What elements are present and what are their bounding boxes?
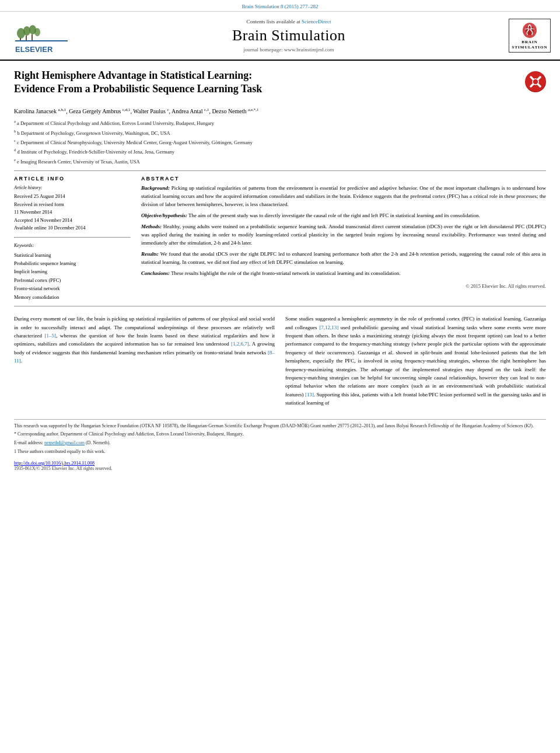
methods-text: Healthy, young adults were trained on a … (141, 224, 546, 246)
svg-rect-0 (15, 40, 68, 41)
body-divider (14, 306, 546, 306)
journal-header: ELSEVIER Contents lists available at Sci… (0, 12, 560, 61)
footnote-corresponding: * Corresponding author. Department of Cl… (14, 431, 546, 438)
received-date: Received 25 August 2014 (14, 193, 131, 201)
keyword-4: Prefrontal cortex (PFC) (14, 276, 131, 284)
article-title-section: Right Hemisphere Advantage in Statistica… (14, 69, 546, 101)
crossmark-icon (525, 71, 546, 92)
affiliation-b: b b Department of Psychology, Georgetown… (14, 128, 546, 137)
conclusions-text: These results highlight the role of the … (171, 270, 400, 276)
email-label: E-mail address: (14, 440, 43, 445)
keywords-section: Keywords: Statistical learning Probabili… (14, 242, 131, 301)
abstract-objective: Objective/hypothesis: The aim of the pre… (141, 212, 546, 220)
journal-badge-area: BRAINSTIMULATION (504, 16, 551, 55)
svg-point-12 (533, 79, 538, 85)
journal-citation-bar: Brain Stimulation 8 (2015) 277–282 (0, 0, 560, 12)
crossmark-badge[interactable] (525, 71, 546, 92)
accepted-date: Accepted 14 November 2014 (14, 217, 131, 225)
affiliation-d: d d Institute of Psychology, Friedrich-S… (14, 147, 546, 156)
received-revised-date: 11 November 2014 (14, 208, 131, 217)
article-info-header: ARTICLE INFO (14, 176, 131, 182)
article-info-col: ARTICLE INFO Article history: Received 2… (14, 176, 131, 301)
body-left-p1: During every moment of our life, the bra… (14, 315, 275, 365)
keyword-3: Implicit learning (14, 267, 131, 276)
copyright-notice: © 2015 Elsevier Inc. All rights reserved… (141, 283, 546, 290)
body-left-col: During every moment of our life, the bra… (14, 315, 275, 410)
affiliation-e: e e Imaging Research Center, University … (14, 157, 546, 166)
journal-homepage: journal homepage: www.brainstimjrnl.com (244, 47, 334, 53)
svg-rect-8 (32, 34, 33, 40)
abstract-text: Background: Picking up statistical regul… (141, 184, 546, 290)
keywords-label: Keywords: (14, 242, 131, 250)
journal-citation: Brain Stimulation 8 (2015) 277–282 (242, 4, 318, 9)
authors-line: Karolina Janacsek a,b,1, Geza Gergely Am… (14, 107, 546, 116)
cite-1-5: [1–5] (44, 333, 56, 339)
article-content: Right Hemisphere Advantage in Statistica… (0, 61, 560, 477)
journal-title: Brain Stimulation (232, 27, 345, 44)
objective-label: Objective/hypothesis: (141, 212, 187, 218)
abstract-results: Results: We found that the anodal tDCS o… (141, 250, 546, 267)
doi-link[interactable]: http://dx.doi.org/10.1016/j.brs.2014.11.… (14, 461, 94, 466)
abstract-header: ABSTRACT (141, 176, 546, 182)
body-right-col: Some studies suggested a hemispheric asy… (285, 315, 546, 410)
background-text: Picking up statistical regularities of p… (141, 185, 546, 207)
available-date: Available online 10 December 2014 (14, 224, 131, 232)
journal-logo-area: ELSEVIER (9, 16, 74, 55)
abstract-conclusions: Conclusions: These results highlight the… (141, 270, 546, 278)
svg-rect-6 (20, 38, 21, 40)
info-abstract-cols: ARTICLE INFO Article history: Received 2… (14, 176, 546, 301)
background-label: Background: (141, 185, 170, 191)
abstract-background: Background: Picking up statistical regul… (141, 184, 546, 209)
results-label: Results: (141, 251, 159, 257)
elsevier-logo-image: ELSEVIER (15, 23, 68, 55)
keyword-2: Probabilistic sequence learning (14, 259, 131, 267)
keyword-6: Memory consolidation (14, 293, 131, 301)
body-right-p1: Some studies suggested a hemispheric asy… (285, 315, 546, 407)
cite-1267: [1,2,6,7] (231, 341, 249, 347)
sciencedirect-link[interactable]: ScienceDirect (302, 19, 331, 25)
svg-point-5 (34, 28, 40, 36)
contents-available-line: Contents lists available at ScienceDirec… (247, 19, 331, 25)
objective-text: The aim of the present study was to dire… (188, 212, 480, 218)
header-divider (14, 170, 546, 171)
svg-rect-7 (26, 36, 27, 40)
brain-stim-icon (520, 21, 539, 40)
footnote-funding: This research was supported by the Hunga… (14, 423, 546, 430)
cite-8-11: [8–11] (14, 350, 275, 364)
footnotes-section: This research was supported by the Hunga… (14, 419, 546, 456)
affiliations: a a Department of Clinical Psychology an… (14, 118, 546, 166)
brain-stimulation-badge: BRAINSTIMULATION (509, 19, 551, 53)
footnote-email: E-mail address: nemethd@gmail.com (D. Ne… (14, 440, 546, 447)
issn-section: 1935-861X/© 2015 Elsevier Inc. All right… (14, 466, 546, 471)
journal-header-center: Contents lists available at ScienceDirec… (79, 16, 498, 55)
svg-text:ELSEVIER: ELSEVIER (15, 45, 53, 54)
article-title-text: Right Hemisphere Advantage in Statistica… (14, 69, 519, 101)
cite-71213: [7,12,13] (319, 325, 338, 330)
article-history: Article history: Received 25 August 2014… (14, 184, 131, 232)
article-title: Right Hemisphere Advantage in Statistica… (14, 69, 519, 96)
brain-stim-badge-text: BRAINSTIMULATION (512, 40, 547, 50)
article-history-label: Article history: (14, 184, 131, 192)
affiliation-a: a a Department of Clinical Psychology an… (14, 118, 546, 127)
affiliation-c: c c Department of Clinical Neurophysiolo… (14, 138, 546, 147)
email-link[interactable]: nemethd@gmail.com (44, 440, 85, 445)
results-text: We found that the anodal tDCS over the r… (141, 251, 546, 265)
received-revised-label: Received in revised form (14, 201, 131, 209)
abstract-col: ABSTRACT Background: Picking up statisti… (141, 176, 546, 301)
info-divider (14, 237, 131, 238)
abstract-methods: Methods: Healthy, young adults were trai… (141, 223, 546, 247)
footnote-equal-contribution: 1 These authors contributed equally to t… (14, 448, 546, 456)
keyword-5: Fronto-striatal network (14, 284, 131, 292)
methods-label: Methods: (141, 224, 162, 229)
keyword-1: Statistical learning (14, 251, 131, 259)
conclusions-label: Conclusions: (141, 270, 170, 276)
cite-13: [13] (305, 392, 314, 398)
body-text-cols: During every moment of our life, the bra… (14, 315, 546, 410)
doi-section: http://dx.doi.org/10.1016/j.brs.2014.11.… (14, 461, 546, 466)
email-note: (D. Nemeth). (86, 440, 110, 445)
